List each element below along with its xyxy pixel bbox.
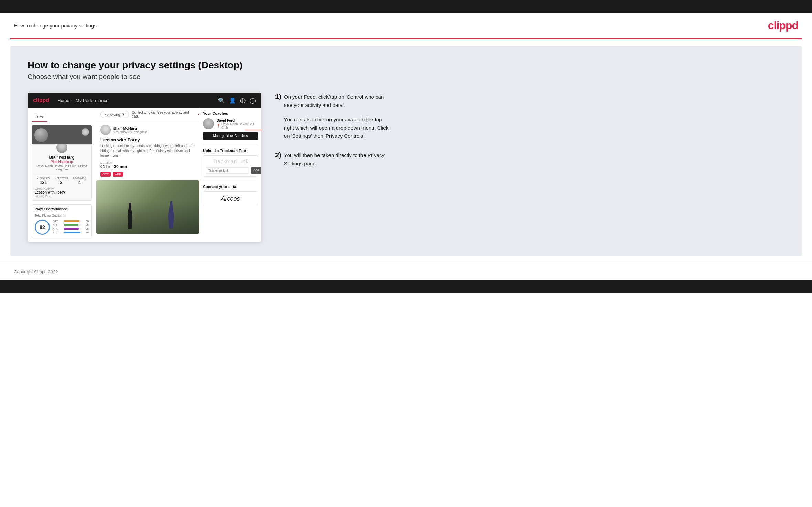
- coach-info: David Ford 📍 Royal North Devon Golf Club: [217, 119, 258, 129]
- main-content: How to change your privacy settings (Des…: [10, 46, 802, 256]
- app-right-panel: Your Coaches David Ford 📍 Royal North De…: [199, 108, 261, 242]
- coaches-section: Your Coaches David Ford 📍 Royal North De…: [203, 111, 258, 140]
- step-2-number: 2): [275, 151, 281, 159]
- latest-activity-value: Lesson with Fordy: [35, 190, 89, 194]
- latest-activity: Latest Activity Lesson with Fordy 03 Aug…: [35, 187, 89, 198]
- coach-club: 📍 Royal North Devon Golf Club: [217, 122, 258, 129]
- activity-title: Lesson with Fordy: [100, 137, 195, 142]
- privacy-control-link[interactable]: Control who can see your activity and da…: [132, 111, 195, 118]
- stat-activities: Activities 131: [37, 176, 50, 185]
- following-button[interactable]: Following ▼: [100, 111, 129, 118]
- app-logo: clippd: [33, 97, 49, 103]
- trackman-link-box: Trackman Link Add Link: [203, 155, 258, 177]
- player-performance: Player Performance Total Player Quality …: [32, 204, 92, 238]
- quality-bars: OTT 90 APP: [53, 220, 89, 235]
- trackman-input-row: Add Link: [206, 167, 255, 174]
- nav-icons: 🔍 👤 ⨁ ◯: [218, 97, 256, 104]
- quality-row: 92 OTT 90: [35, 220, 89, 235]
- divider-2: [203, 181, 258, 181]
- latest-activity-date: 03 Aug 2022: [35, 194, 89, 198]
- connect-title: Connect your data: [203, 185, 258, 189]
- following-bar: Following ▼ Control who can see your act…: [96, 108, 199, 121]
- bottom-bar: [0, 280, 812, 293]
- footer: Copyright Clippd 2022: [0, 263, 812, 280]
- activity-user-sub: Yesterday · Sunningdale: [113, 130, 147, 134]
- step-1: 1) On your Feed, click/tap on 'Control w…: [275, 93, 392, 140]
- following-bar-wrapper: Following ▼ Control who can see your act…: [96, 108, 199, 121]
- clippd-logo: clippd: [768, 19, 798, 32]
- app-feed: Following ▼ Control who can see your act…: [96, 108, 199, 242]
- duration-value: 01 hr : 30 min: [100, 164, 195, 169]
- location-icon: 📍: [217, 124, 220, 128]
- app-mockup-wrapper: clippd Home My Performance 🔍 👤 ⨁ ◯ Feed: [28, 93, 261, 242]
- step-2: 2) You will then be taken directly to th…: [275, 151, 392, 168]
- app-body: Feed: [28, 108, 261, 242]
- coach-name: David Ford: [217, 119, 258, 122]
- add-link-button[interactable]: Add Link: [251, 167, 261, 174]
- plus-icon[interactable]: ⨁: [240, 97, 246, 104]
- step-2-text: You will then be taken directly to the P…: [284, 151, 392, 168]
- bar-putt: PUTT 96: [53, 231, 89, 234]
- profile-stats: Activities 131 Followers 3 Following 4: [35, 174, 89, 185]
- bar-app: APP 85: [53, 223, 89, 227]
- step-1-text: On your Feed, click/tap on 'Control who …: [284, 93, 392, 109]
- top-bar: [0, 0, 812, 13]
- copyright: Copyright Clippd 2022: [14, 269, 58, 274]
- feed-tab[interactable]: Feed: [32, 112, 47, 122]
- nav-my-performance[interactable]: My Performance: [76, 98, 108, 103]
- step-1-extra: You can also click on your avatar in the…: [284, 115, 392, 140]
- annotation-line: [245, 130, 262, 130]
- step-1-number: 1): [275, 93, 281, 101]
- activity-user-row: Blair McHarg Yesterday · Sunningdale: [100, 125, 195, 135]
- header-divider: [10, 38, 802, 39]
- activity-image: [96, 180, 199, 234]
- activity-user-info: Blair McHarg Yesterday · Sunningdale: [113, 126, 147, 134]
- divider-1: [203, 145, 258, 145]
- stat-followers: Followers 3: [55, 176, 68, 185]
- connect-section: Connect your data Arccos: [203, 185, 258, 206]
- profile-club: Royal North Devon Golf Club, United King…: [35, 164, 89, 171]
- chevron-down-icon: ▼: [121, 112, 125, 117]
- coaches-title: Your Coaches: [203, 111, 258, 115]
- header: How to change your privacy settings clip…: [0, 13, 812, 38]
- coach-avatar: [203, 118, 214, 129]
- quality-circle: 92: [35, 220, 50, 235]
- bar-ott: OTT 90: [53, 220, 89, 223]
- manage-coaches-button[interactable]: Manage Your Coaches: [203, 132, 258, 140]
- latest-activity-label: Latest Activity: [35, 187, 89, 190]
- profile-handicap: Plus Handicap: [35, 160, 89, 164]
- profile-banner: [32, 125, 92, 144]
- avatar-icon[interactable]: ◯: [250, 97, 256, 104]
- page-title: How to change your privacy settings (Des…: [28, 60, 784, 71]
- info-icon: ⓘ: [63, 214, 66, 217]
- nav-home[interactable]: Home: [57, 98, 69, 103]
- user-icon[interactable]: 👤: [229, 97, 236, 104]
- page-subtitle: Choose what you want people to see: [28, 73, 784, 81]
- tag-ott: OTT: [100, 172, 111, 177]
- duration-label: Duration: [100, 161, 195, 164]
- stat-following: Following 4: [73, 176, 86, 185]
- activity-user-avatar: [100, 125, 111, 135]
- duration-section: Duration 01 hr : 30 min: [100, 161, 195, 169]
- profile-card: Blair McHarg Plus Handicap Royal North D…: [32, 144, 92, 201]
- app-mockup: clippd Home My Performance 🔍 👤 ⨁ ◯ Feed: [28, 93, 261, 242]
- trackman-input[interactable]: [206, 167, 249, 174]
- bar-arg: ARG 86: [53, 227, 89, 230]
- instructions: 1) On your Feed, click/tap on 'Control w…: [275, 93, 392, 179]
- arccos-logo: Arccos: [203, 191, 258, 206]
- app-nav: clippd Home My Performance 🔍 👤 ⨁ ◯: [28, 93, 261, 108]
- trackman-placeholder: Trackman Link: [206, 158, 255, 165]
- annotation-line-right: [198, 114, 199, 115]
- activity-tags: OTT APP: [100, 172, 195, 177]
- app-sidebar: Feed: [28, 108, 96, 242]
- coach-item: David Ford 📍 Royal North Devon Golf Club: [203, 118, 258, 129]
- breadcrumb: How to change your privacy settings: [14, 23, 97, 29]
- quality-label: Total Player Quality ⓘ: [35, 214, 89, 218]
- trackman-title: Upload a Trackman Test: [203, 148, 258, 153]
- activity-user-name: Blair McHarg: [113, 126, 147, 130]
- content-layout: clippd Home My Performance 🔍 👤 ⨁ ◯ Feed: [28, 93, 784, 242]
- search-icon[interactable]: 🔍: [218, 97, 225, 104]
- trackman-section: Upload a Trackman Test Trackman Link Add…: [203, 148, 258, 177]
- activity-desc: Looking to feel like my hands are exitin…: [100, 144, 195, 158]
- perf-title: Player Performance: [35, 207, 89, 211]
